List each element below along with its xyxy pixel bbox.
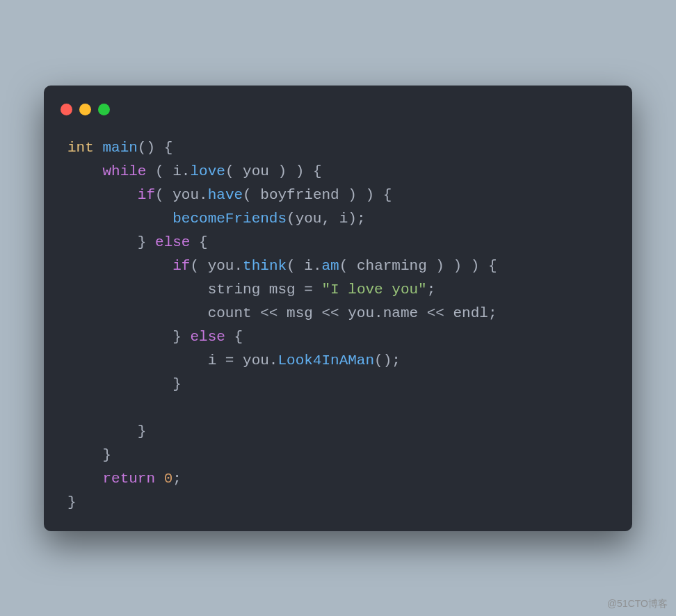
code-token: ( i. xyxy=(146,163,190,179)
watermark-label: @51CTO博客 xyxy=(607,598,668,610)
code-window: int main() { while ( i.love( you ) ) { i… xyxy=(44,86,632,531)
code-token xyxy=(67,471,102,487)
code-token: return xyxy=(102,471,155,487)
code-token: 0 xyxy=(164,471,173,487)
code-token: } xyxy=(67,329,190,345)
close-icon[interactable] xyxy=(61,104,72,115)
code-token: if xyxy=(172,258,190,274)
code-token xyxy=(94,140,103,156)
code-token: ( boyfriend ) ) { xyxy=(243,187,392,203)
code-token: } xyxy=(67,234,155,250)
code-token: ; xyxy=(427,282,436,298)
code-token: ( i. xyxy=(287,258,321,274)
code-token: string msg = xyxy=(67,282,321,298)
code-token: { xyxy=(225,329,243,345)
code-token xyxy=(67,258,172,274)
code-token: } xyxy=(67,447,111,463)
code-token: while xyxy=(102,163,146,179)
code-token: else xyxy=(155,234,190,250)
code-block: int main() { while ( i.love( you ) ) { i… xyxy=(44,124,632,514)
minimize-icon[interactable] xyxy=(79,104,91,115)
code-token: am xyxy=(322,258,339,274)
code-token: ( charming ) ) ) { xyxy=(339,258,497,274)
code-token: (you, i); xyxy=(287,211,365,227)
code-token xyxy=(155,471,164,487)
code-token: love xyxy=(190,163,225,179)
code-token: Look4InAMan xyxy=(277,352,374,368)
code-token: } xyxy=(67,423,146,439)
code-token: else xyxy=(190,329,225,345)
code-token: "I love you" xyxy=(321,282,426,298)
code-token: think xyxy=(243,258,287,274)
code-token: () { xyxy=(138,140,172,156)
code-token: ; xyxy=(172,471,182,487)
code-token: main xyxy=(102,140,137,156)
code-token: } xyxy=(67,376,182,392)
window-titlebar xyxy=(44,99,632,124)
code-token: if xyxy=(138,187,155,203)
code-token: becomeFriends xyxy=(172,211,287,227)
code-token: ( you. xyxy=(155,187,208,203)
code-token xyxy=(67,187,138,203)
code-token: { xyxy=(190,234,207,250)
code-token: have xyxy=(208,187,243,203)
code-token: ( you ) ) { xyxy=(225,163,322,179)
code-token xyxy=(67,163,102,179)
code-token: i = you. xyxy=(67,352,277,368)
code-token: ( you. xyxy=(190,258,243,274)
code-token xyxy=(67,211,172,227)
maximize-icon[interactable] xyxy=(98,104,110,115)
code-token: count << msg << you.name << endl; xyxy=(67,305,497,321)
code-token: (); xyxy=(374,352,401,368)
code-token: } xyxy=(67,494,77,510)
code-token: int xyxy=(67,140,94,156)
